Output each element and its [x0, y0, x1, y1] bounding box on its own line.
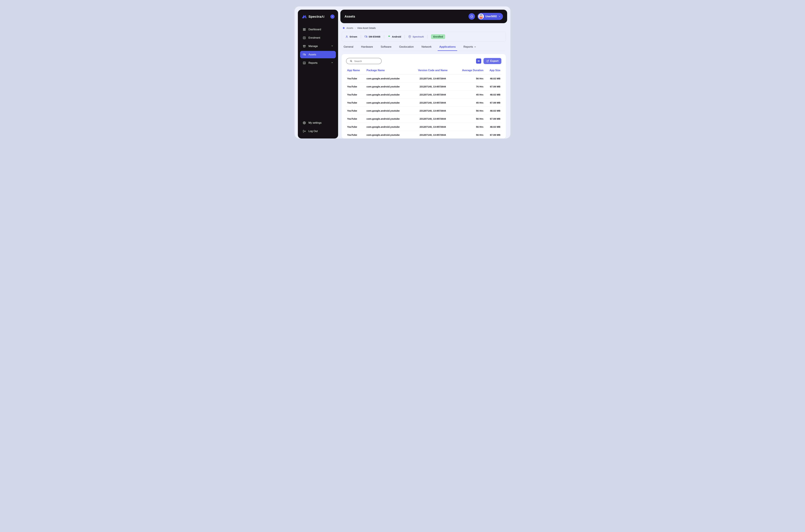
- export-icon: [486, 60, 489, 62]
- cell-pkg: com.google.android.youtube: [366, 82, 412, 91]
- export-button[interactable]: Export: [483, 58, 501, 64]
- device-icon: [364, 35, 367, 38]
- sidebar-item-enrolment[interactable]: Enrolment: [300, 34, 336, 41]
- tab-software[interactable]: Software: [380, 43, 392, 51]
- table-row[interactable]: YouTubecom.google.android.youtube2312071…: [346, 123, 501, 131]
- svg-rect-21: [365, 36, 366, 37]
- cell-pkg: com.google.android.youtube: [366, 131, 412, 139]
- table-row[interactable]: YouTubecom.google.android.youtube2312071…: [346, 82, 501, 91]
- status-badge: Enrolled: [431, 34, 445, 39]
- cell-ver: 231207140, 13-8572644: [412, 91, 454, 99]
- svg-point-23: [389, 36, 389, 36]
- asset-meta-bar: Sriram SM-E546B Android Sp: [342, 32, 506, 41]
- cell-size: 48.02 MB: [484, 75, 501, 82]
- sidebar-item-label: Manage: [308, 45, 318, 48]
- cell-app: YouTube: [346, 115, 366, 123]
- search-box[interactable]: [346, 58, 382, 64]
- cell-dur: 45 Hrs: [454, 99, 484, 107]
- chevron-down-icon: [474, 46, 476, 48]
- cell-dur: 56 Hrs: [454, 131, 484, 139]
- cell-pkg: com.google.android.youtube: [366, 123, 412, 131]
- devices-icon: [303, 53, 306, 56]
- breadcrumb-separator: ›: [355, 27, 356, 29]
- table-row[interactable]: YouTubecom.google.android.youtube2312071…: [346, 99, 501, 107]
- svg-line-27: [351, 61, 352, 62]
- breadcrumb: Assets › View Asset Details: [342, 27, 506, 29]
- columns-icon: [477, 60, 480, 62]
- tabs: General Hardware Software Geolocation Ne…: [342, 43, 506, 51]
- cell-dur: 56 Hrs: [454, 75, 484, 82]
- chevron-down-icon: [331, 45, 333, 48]
- table-row[interactable]: YouTubecom.google.android.youtube2312071…: [346, 131, 501, 139]
- svg-rect-22: [366, 36, 367, 37]
- col-size[interactable]: App Size: [484, 67, 501, 75]
- tab-network[interactable]: Network: [421, 43, 432, 51]
- notifications-button[interactable]: [468, 13, 475, 20]
- topbar: Assets User5002: [340, 10, 507, 23]
- sidebar-item-dashboard[interactable]: Dashboard: [300, 26, 336, 33]
- cell-dur: 45 Hrs: [454, 91, 484, 99]
- plus-square-icon: [303, 36, 306, 39]
- sidebar-item-settings[interactable]: My settings: [300, 119, 336, 127]
- tab-applications[interactable]: Applications: [439, 43, 456, 51]
- search-icon: [350, 60, 352, 62]
- tab-general[interactable]: General: [343, 43, 354, 51]
- cell-size: 67.08 MB: [484, 82, 501, 91]
- cell-ver: 231207140, 13-8572644: [412, 107, 454, 115]
- cell-ver: 231207140, 13-8572644: [412, 99, 454, 107]
- cell-ver: 231207140, 13-8572644: [412, 82, 454, 91]
- sidebar-item-label: Log Out: [308, 130, 318, 133]
- meta-org: SpectraAI: [408, 35, 424, 38]
- tab-hardware[interactable]: Hardware: [360, 43, 373, 51]
- meta-device: SM-E546B: [364, 35, 380, 38]
- main-nav: Dashboard Enrolment Manage Assets: [300, 26, 336, 66]
- table-row[interactable]: YouTubecom.google.android.youtube2312071…: [346, 75, 501, 82]
- sidebar-item-manage[interactable]: Manage: [300, 42, 336, 50]
- cell-size: 67.08 MB: [484, 99, 501, 107]
- breadcrumb-dot-icon: [343, 27, 345, 29]
- col-duration[interactable]: Average Duration: [454, 67, 484, 75]
- user-menu[interactable]: User5002: [478, 13, 503, 20]
- table-row[interactable]: YouTubecom.google.android.youtube2312071…: [346, 107, 501, 115]
- sidebar-item-assets[interactable]: Assets: [300, 51, 336, 58]
- table-row[interactable]: YouTubecom.google.android.youtube2312071…: [346, 115, 501, 123]
- brand-logo-icon: [301, 14, 307, 19]
- bell-icon: [470, 15, 473, 18]
- col-app-name[interactable]: App Name: [346, 67, 366, 75]
- applications-table: App Name Package Name Version Code and N…: [346, 67, 501, 138]
- sidebar-item-label: Assets: [308, 53, 316, 56]
- sidebar-item-reports[interactable]: Reports: [300, 59, 336, 66]
- col-version[interactable]: Version Code and Name: [412, 67, 454, 75]
- logout-icon: [303, 130, 306, 133]
- table-row[interactable]: YouTubecom.google.android.youtube2312071…: [346, 91, 501, 99]
- cell-dur: 56 Hrs: [454, 115, 484, 123]
- svg-line-31: [487, 60, 488, 61]
- cell-pkg: com.google.android.youtube: [366, 115, 412, 123]
- android-icon: [388, 35, 390, 38]
- sidebar-item-logout[interactable]: Log Out: [300, 128, 336, 135]
- cell-app: YouTube: [346, 107, 366, 115]
- breadcrumb-root[interactable]: Assets: [346, 27, 353, 29]
- sidebar-item-label: Enrolment: [308, 36, 320, 39]
- svg-rect-0: [303, 28, 304, 29]
- columns-toggle-button[interactable]: [476, 58, 481, 63]
- col-package-name[interactable]: Package Name: [366, 67, 412, 75]
- svg-rect-9: [303, 54, 305, 55]
- cell-app: YouTube: [346, 131, 366, 139]
- cell-ver: 231207140, 13-8572644: [412, 131, 454, 139]
- sidebar-item-label: Dashboard: [308, 28, 321, 31]
- user-icon: [345, 35, 348, 38]
- cell-dur: 76 Hrs: [454, 82, 484, 91]
- brand-name: SpectraAI: [308, 15, 325, 19]
- tab-reports[interactable]: Reports: [463, 43, 477, 51]
- sidebar-collapse-button[interactable]: [330, 15, 334, 19]
- svg-rect-3: [305, 30, 305, 31]
- tab-geolocation[interactable]: Geolocation: [399, 43, 415, 51]
- svg-rect-7: [303, 45, 305, 46]
- cell-app: YouTube: [346, 123, 366, 131]
- sidebar: SpectraAI Dashboard Enrolment Manage: [298, 10, 338, 138]
- cell-dur: 56 Hrs: [454, 107, 484, 115]
- avatar: [478, 14, 484, 19]
- cell-pkg: com.google.android.youtube: [366, 75, 412, 82]
- search-input[interactable]: [354, 60, 378, 62]
